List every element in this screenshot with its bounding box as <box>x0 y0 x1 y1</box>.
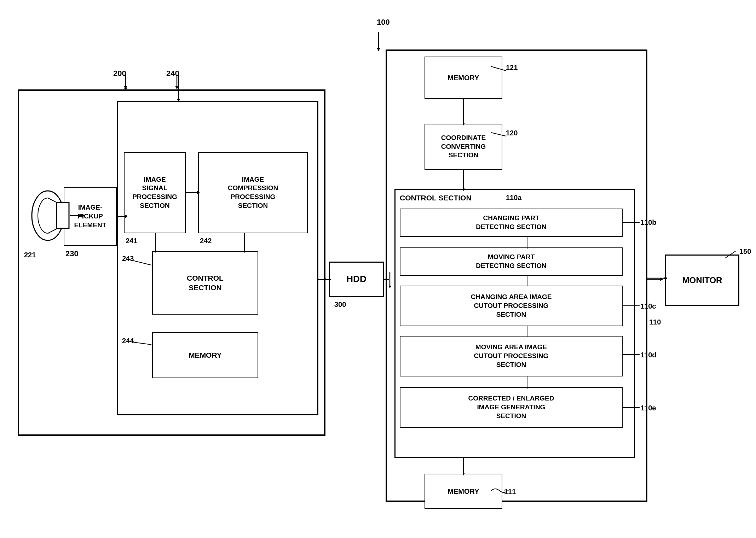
ref-110: 110 <box>649 318 661 326</box>
diagram: 100 MEMORY 121 COORDINATE CONVERTING SEC… <box>0 0 756 538</box>
svg-marker-3 <box>124 86 127 89</box>
ref-110e: 110e <box>640 404 656 412</box>
monitor-box: MONITOR <box>665 255 739 306</box>
svg-marker-27 <box>660 277 663 281</box>
svg-marker-1 <box>377 48 380 51</box>
moving-area-cutout-box: MOVING AREA IMAGE CUTOUT PROCESSING SECT… <box>400 336 623 376</box>
ref-150: 150 <box>739 247 751 256</box>
ref-241: 241 <box>126 237 137 245</box>
ref-110c: 110c <box>640 302 656 310</box>
memory-244-box: MEMORY <box>152 332 258 378</box>
image-pickup-box: IMAGE- PICKUP ELEMENT <box>64 187 117 246</box>
ref-111: 111 <box>504 488 516 496</box>
image-compression-box: IMAGE COMPRESSION PROCESSING SECTION <box>198 152 308 233</box>
changing-part-detect-box: CHANGING PART DETECTING SECTION <box>400 209 623 237</box>
arrow-box100-to-monitor <box>647 277 667 279</box>
ref-244: 244 <box>122 337 134 345</box>
coord-converting-box: COORDINATE CONVERTING SECTION <box>425 124 502 170</box>
corrected-enlarged-box: CORRECTED / ENLARGED IMAGE GENERATING SE… <box>400 387 623 428</box>
ref-121: 121 <box>506 64 518 72</box>
ref-242: 242 <box>200 237 212 245</box>
moving-part-detect-box: MOVING PART DETECTING SECTION <box>400 247 623 276</box>
ref-221: 221 <box>24 251 36 259</box>
ref-240: 240 <box>166 69 179 78</box>
ref-120: 120 <box>506 129 518 137</box>
memory-111-box: MEMORY <box>425 474 502 509</box>
ref-110d: 110d <box>640 351 657 359</box>
ref-110a: 110a <box>506 194 522 202</box>
image-signal-box: IMAGE SIGNAL PROCESSING SECTION <box>124 152 186 233</box>
ref-230: 230 <box>65 249 79 258</box>
ref-300: 300 <box>334 300 346 309</box>
ref-110b: 110b <box>640 218 657 227</box>
ref-243: 243 <box>122 255 134 263</box>
memory-121-box: MEMORY <box>425 57 502 99</box>
control-section-240-box: CONTROL SECTION <box>152 251 258 315</box>
ref-100: 100 <box>377 18 390 27</box>
changing-area-cutout-box: CHANGING AREA IMAGE CUTOUT PROCESSING SE… <box>400 286 623 326</box>
hdd-box: HDD <box>329 262 384 297</box>
svg-marker-5 <box>175 86 179 89</box>
ref-200: 200 <box>113 69 126 78</box>
control-section-110-label: CONTROL SECTION <box>400 194 472 202</box>
